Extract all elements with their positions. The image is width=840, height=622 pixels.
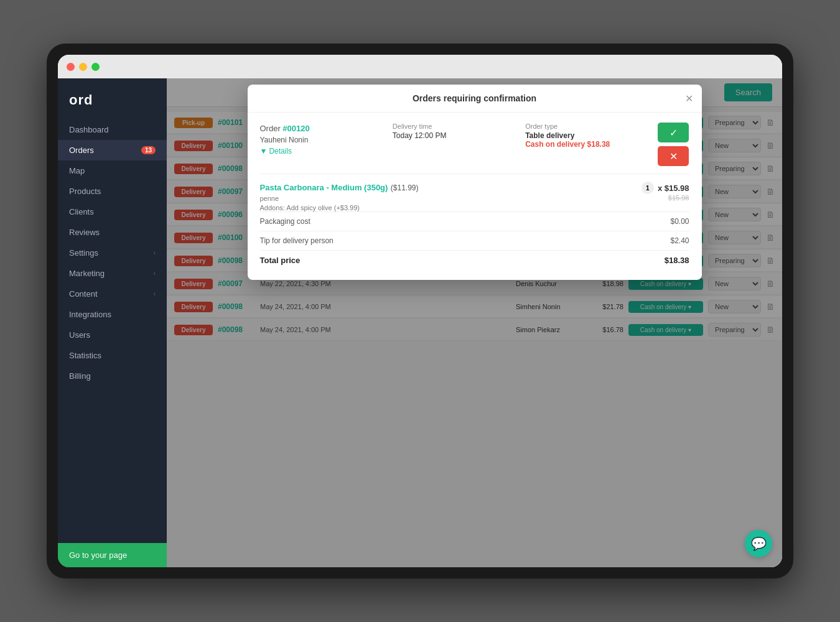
cash-label: Cash on delivery xyxy=(525,140,585,149)
device-frame: ord Dashboard Orders 13 Map Products Cli… xyxy=(47,44,793,578)
sidebar-item-label: Products xyxy=(69,187,101,196)
packaging-label: Packaging cost xyxy=(260,217,310,226)
sidebar-item-label: Billing xyxy=(69,371,91,381)
product-variant: penne xyxy=(260,195,419,202)
sidebar-item-reviews[interactable]: Reviews xyxy=(58,222,167,243)
sidebar-item-label: Orders xyxy=(69,146,94,155)
sidebar-item-label: Marketing xyxy=(69,269,105,278)
order-id-col: Order #00120 Yauheni Nonin ▼ Details xyxy=(260,123,380,156)
sidebar-item-clients[interactable]: Clients xyxy=(58,202,167,222)
modal-header: Orders requiring confirmation ✕ xyxy=(248,85,702,113)
product-qty-price: x $15.98 xyxy=(658,183,689,193)
order-type-value: Table delivery xyxy=(525,131,645,140)
action-buttons: ✓ ✕ xyxy=(658,123,689,166)
sidebar-item-content[interactable]: Content ‹ xyxy=(58,284,167,304)
sidebar-item-label: Integrations xyxy=(69,310,111,319)
chat-icon: 💬 xyxy=(751,536,767,551)
cash-delivery-value: Cash on delivery $18.38 xyxy=(525,140,645,149)
sidebar-item-users[interactable]: Users xyxy=(58,325,167,345)
packaging-row: Packaging cost $0.00 xyxy=(260,211,689,231)
tip-row: Tip for delivery person $2.40 xyxy=(260,231,689,250)
packaging-value: $0.00 xyxy=(670,217,689,226)
close-button[interactable] xyxy=(67,63,75,71)
quantity-circle: 1 xyxy=(642,182,654,194)
product-name-row: Pasta Carbonara - Medium (350g) ($11.99) xyxy=(260,182,419,193)
main-content: Search Pick-up #00101 May 25, 2021, 4:30… xyxy=(167,78,782,567)
close-modal-button[interactable]: ✕ xyxy=(685,93,693,104)
sidebar-item-marketing[interactable]: Marketing ‹ xyxy=(58,263,167,284)
sidebar-item-label: Statistics xyxy=(69,351,101,360)
sidebar-item-orders[interactable]: Orders 13 xyxy=(58,140,167,160)
chevron-icon: ‹ xyxy=(154,290,156,297)
delivery-time-label: Delivery time xyxy=(393,123,513,130)
total-row: Total price $18.38 xyxy=(260,250,689,270)
chevron-down-icon: ▼ xyxy=(260,147,268,156)
cash-amount: $18.38 xyxy=(587,140,610,149)
product-price-inline: ($11.99) xyxy=(391,183,419,192)
product-row: Pasta Carbonara - Medium (350g) ($11.99)… xyxy=(260,182,689,211)
sidebar-item-label: Users xyxy=(69,330,90,340)
modal-overlay: Orders requiring confirmation ✕ Order #0… xyxy=(167,78,782,567)
details-label: Details xyxy=(269,147,292,156)
sidebar-item-label: Reviews xyxy=(69,228,100,237)
order-type-label: Order type xyxy=(525,123,645,130)
sidebar-item-dashboard[interactable]: Dashboard xyxy=(58,119,167,140)
title-bar xyxy=(58,55,782,78)
product-price-col: 1 x $15.98 $15.98 xyxy=(642,182,689,202)
sidebar-item-label: Content xyxy=(69,289,98,299)
fullscreen-button[interactable] xyxy=(91,63,100,71)
chevron-icon: ‹ xyxy=(154,249,156,256)
delivery-time-col: Delivery time Today 12:00 PM xyxy=(393,123,513,140)
product-info: Pasta Carbonara - Medium (350g) ($11.99)… xyxy=(260,182,419,211)
product-price-sub: $15.98 xyxy=(642,194,689,202)
order-number: Order #00120 xyxy=(260,123,380,134)
tip-label: Tip for delivery person xyxy=(260,236,334,245)
minimize-button[interactable] xyxy=(79,63,87,71)
sidebar: ord Dashboard Orders 13 Map Products Cli… xyxy=(58,78,167,567)
total-value: $18.38 xyxy=(665,256,689,265)
order-type-col: Order type Table delivery Cash on delive… xyxy=(525,123,645,149)
sidebar-item-label: Clients xyxy=(69,207,94,216)
order-number-value: #00120 xyxy=(282,124,309,133)
tip-value: $2.40 xyxy=(670,236,689,245)
sidebar-item-label: Dashboard xyxy=(69,125,109,134)
sidebar-item-statistics[interactable]: Statistics xyxy=(58,345,167,366)
sidebar-item-integrations[interactable]: Integrations xyxy=(58,304,167,325)
accept-button[interactable]: ✓ xyxy=(658,123,689,142)
chat-bubble-button[interactable]: 💬 xyxy=(745,530,772,557)
app-layout: ord Dashboard Orders 13 Map Products Cli… xyxy=(58,78,782,567)
product-addons: Addons: Add spicy olive (+$3.99) xyxy=(260,204,419,211)
orders-badge: 13 xyxy=(141,146,156,154)
sidebar-item-settings[interactable]: Settings ‹ xyxy=(58,243,167,263)
product-name: Pasta Carbonara - Medium (350g) xyxy=(260,183,388,192)
confirmation-modal: Orders requiring confirmation ✕ Order #0… xyxy=(248,85,702,280)
order-info-row: Order #00120 Yauheni Nonin ▼ Details xyxy=(260,123,689,166)
sidebar-item-map[interactable]: Map xyxy=(58,160,167,181)
chevron-icon: ‹ xyxy=(154,270,156,277)
device-inner: ord Dashboard Orders 13 Map Products Cli… xyxy=(58,55,782,567)
traffic-lights xyxy=(67,63,100,71)
reject-button[interactable]: ✕ xyxy=(658,146,689,166)
sidebar-item-billing[interactable]: Billing xyxy=(58,366,167,386)
go-to-page-button[interactable]: Go to your page xyxy=(58,543,167,567)
sidebar-item-label: Settings xyxy=(69,248,98,258)
sidebar-item-label: Map xyxy=(69,166,85,175)
modal-customer-name: Yauheni Nonin xyxy=(260,136,380,144)
sidebar-item-products[interactable]: Products xyxy=(58,181,167,202)
product-section: Pasta Carbonara - Medium (350g) ($11.99)… xyxy=(260,174,689,270)
total-label: Total price xyxy=(260,256,301,265)
modal-body: Order #00120 Yauheni Nonin ▼ Details xyxy=(248,113,702,280)
app-logo: ord xyxy=(58,85,167,119)
modal-title: Orders requiring confirmation xyxy=(413,93,536,103)
details-link[interactable]: ▼ Details xyxy=(260,147,380,156)
delivery-time-value: Today 12:00 PM xyxy=(393,131,513,140)
